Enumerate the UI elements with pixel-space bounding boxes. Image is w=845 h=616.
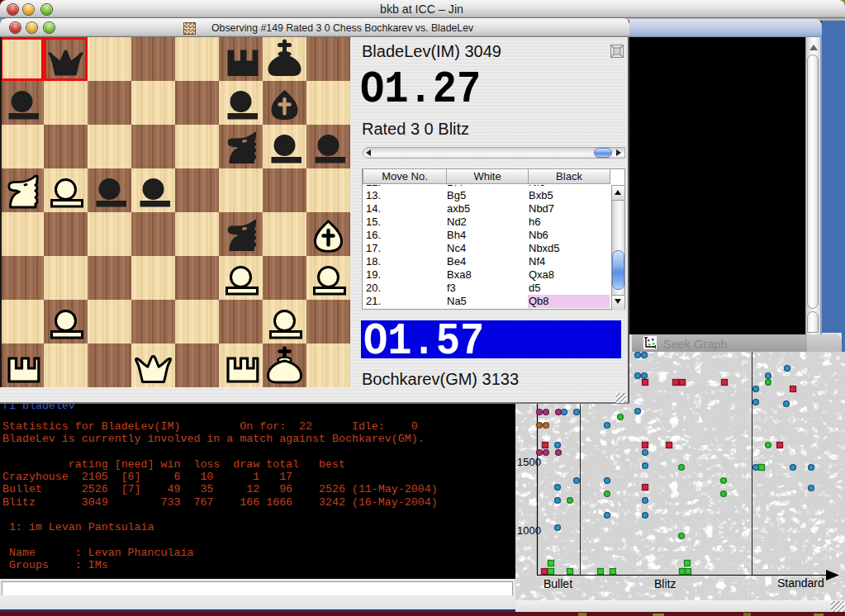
svg-text:Bullet: Bullet <box>544 577 572 590</box>
svg-text:Blitz: Blitz <box>654 577 676 590</box>
svg-text:1000: 1000 <box>517 524 541 537</box>
svg-text:1500: 1500 <box>517 456 541 468</box>
svg-text:Standard: Standard <box>777 576 824 590</box>
